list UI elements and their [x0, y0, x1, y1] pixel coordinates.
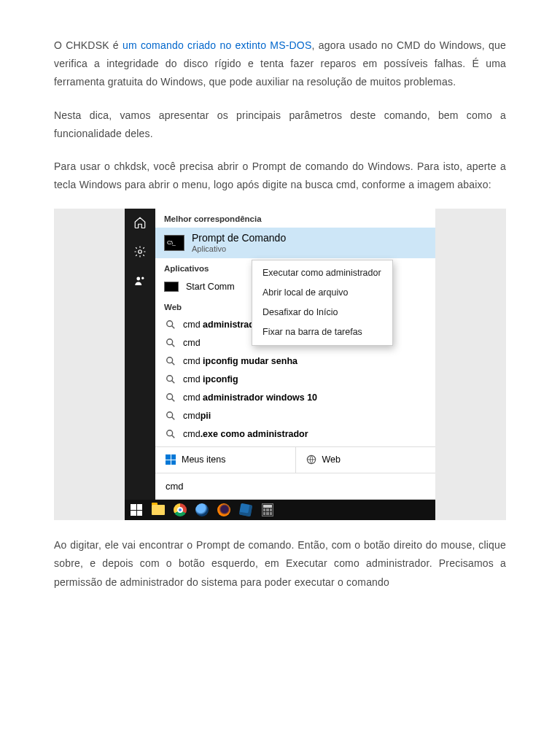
best-match-header: Melhor correspondência — [155, 209, 435, 228]
tab-web[interactable]: Web — [296, 447, 436, 473]
msdos-link[interactable]: um comando criado no extinto MS-DOS — [122, 39, 312, 51]
search-icon — [166, 411, 176, 421]
results-pane: Melhor correspondência C:\_ Prompt de Co… — [155, 209, 435, 500]
explorer-icon[interactable] — [149, 502, 167, 518]
search-icon — [166, 374, 176, 384]
svg-line-6 — [172, 344, 175, 347]
svg-point-15 — [167, 430, 173, 436]
paragraph-1: O CHKDSK é um comando criado no extinto … — [54, 36, 506, 92]
svg-line-10 — [172, 381, 175, 384]
suggestion-2[interactable]: cmd ipconfig mudar senha — [155, 352, 435, 371]
start-button[interactable] — [128, 502, 145, 518]
apps-item-label: Start Comm — [186, 282, 235, 293]
thunderbird-icon[interactable] — [193, 502, 211, 518]
suggestion-4[interactable]: cmd administrador windows 10 — [155, 389, 435, 407]
svg-line-12 — [172, 399, 175, 402]
ctx-unpin-start[interactable]: Desafixar do Início — [252, 303, 392, 322]
tab-web-label: Web — [322, 454, 341, 465]
globe-icon — [306, 454, 316, 465]
ctx-open-location[interactable]: Abrir local de arquivo — [252, 283, 392, 303]
svg-line-16 — [172, 436, 175, 438]
svg-line-8 — [172, 363, 175, 365]
context-menu: Executar como administrador Abrir local … — [252, 260, 393, 346]
calculator-icon[interactable] — [259, 502, 276, 518]
svg-point-13 — [167, 412, 173, 418]
cmd-icon: C:\_ — [164, 235, 184, 251]
search-input[interactable]: cmd — [155, 473, 435, 500]
svg-point-0 — [139, 250, 142, 254]
suggestion-6[interactable]: cmd.exe como administrador — [155, 425, 435, 444]
taskbar — [125, 500, 435, 520]
svg-point-3 — [167, 321, 173, 327]
search-icon — [166, 356, 176, 366]
chrome-icon[interactable] — [171, 502, 189, 518]
svg-line-14 — [172, 417, 175, 420]
paragraph-2: Nesta dica, vamos apresentar os principa… — [54, 107, 506, 143]
filter-tabs: Meus itens Web — [155, 446, 435, 473]
svg-line-4 — [172, 326, 175, 329]
svg-point-1 — [136, 277, 140, 281]
search-icon — [166, 429, 176, 439]
svg-point-9 — [167, 376, 173, 382]
home-icon[interactable] — [133, 216, 147, 232]
virtualbox-icon[interactable] — [237, 502, 254, 518]
best-title: Prompt de Comando — [192, 232, 286, 244]
svg-point-7 — [167, 357, 173, 363]
svg-point-5 — [167, 339, 173, 345]
search-icon — [166, 392, 176, 403]
start-rail — [125, 209, 155, 500]
para1-lead: O CHKDSK é — [54, 39, 122, 51]
tab-my-label: Meus itens — [182, 454, 225, 465]
paragraph-3: Para usar o chkdsk, você precisa abrir o… — [54, 158, 506, 194]
suggestion-5[interactable]: cmdpii — [155, 407, 435, 425]
search-icon — [166, 320, 176, 330]
svg-point-11 — [167, 394, 173, 400]
start-menu-screenshot: Melhor correspondência C:\_ Prompt de Co… — [125, 209, 435, 520]
search-icon — [166, 338, 176, 348]
best-subtitle: Aplicativo — [192, 244, 286, 254]
firefox-icon[interactable] — [215, 502, 233, 518]
ctx-run-admin[interactable]: Executar como administrador — [252, 263, 392, 283]
app-icon — [164, 282, 179, 292]
screenshot-container: Melhor correspondência C:\_ Prompt de Co… — [54, 209, 506, 520]
paragraph-4: Ao digitar, ele vai encontrar o Prompt d… — [54, 536, 506, 592]
windows-icon — [166, 454, 176, 465]
gear-icon[interactable] — [133, 245, 147, 261]
suggestion-3[interactable]: cmd ipconfig — [155, 371, 435, 389]
ctx-pin-taskbar[interactable]: Fixar na barra de tarefas — [252, 322, 392, 342]
people-icon[interactable] — [133, 274, 147, 290]
best-match-item[interactable]: C:\_ Prompt de Comando Aplicativo — [155, 228, 435, 258]
svg-point-2 — [141, 277, 144, 279]
tab-my-items[interactable]: Meus itens — [155, 447, 296, 473]
